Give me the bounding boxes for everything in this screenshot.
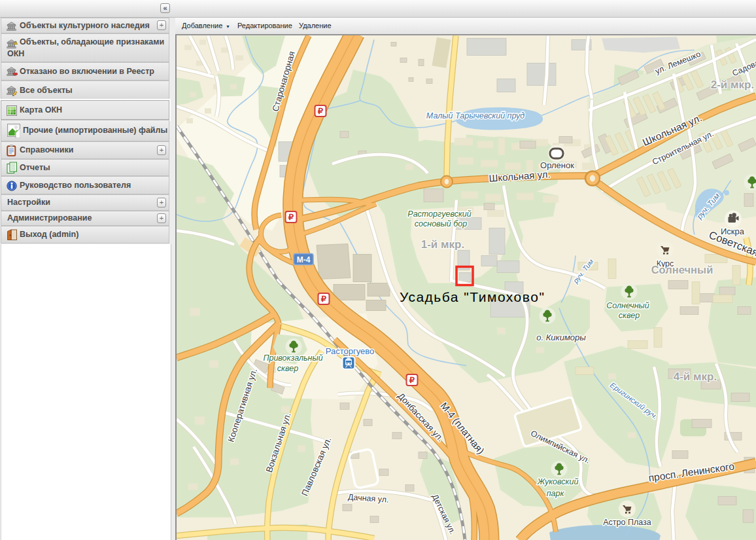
svg-text:Привокзальный: Привокзальный xyxy=(263,353,322,363)
svg-text:Астро Плаза: Астро Плаза xyxy=(603,518,651,527)
svg-text:Жуковский: Жуковский xyxy=(537,477,579,486)
svg-text:₽: ₽ xyxy=(288,212,294,222)
svg-text:Усадьба "Тимохово": Усадьба "Тимохово" xyxy=(400,289,545,304)
svg-text:2-й мкр.: 2-й мкр. xyxy=(711,79,754,91)
svg-text:Солнечный: Солнечный xyxy=(606,301,649,310)
svg-text:₽: ₽ xyxy=(409,375,415,385)
svg-text:М-4: М-4 xyxy=(297,255,311,264)
svg-text:сквер: сквер xyxy=(277,364,298,373)
svg-text:₽: ₽ xyxy=(321,294,327,304)
svg-text:Расторгуево: Расторгуево xyxy=(326,346,375,356)
svg-text:4-й мкр.: 4-й мкр. xyxy=(674,370,717,383)
svg-text:Малый Тарычевский пруд: Малый Тарычевский пруд xyxy=(426,111,524,120)
svg-text:1-й мкр.: 1-й мкр. xyxy=(421,238,464,251)
svg-text:₽: ₽ xyxy=(318,106,324,116)
svg-text:Расторгуевский: Расторгуевский xyxy=(407,209,471,219)
svg-text:сосновый бор: сосновый бор xyxy=(415,219,467,228)
svg-text:сквер: сквер xyxy=(619,311,640,320)
svg-text:парк: парк xyxy=(547,489,565,498)
svg-text:о. Кикиморы: о. Кикиморы xyxy=(536,333,586,342)
svg-text:Солнечный: Солнечный xyxy=(651,264,713,276)
